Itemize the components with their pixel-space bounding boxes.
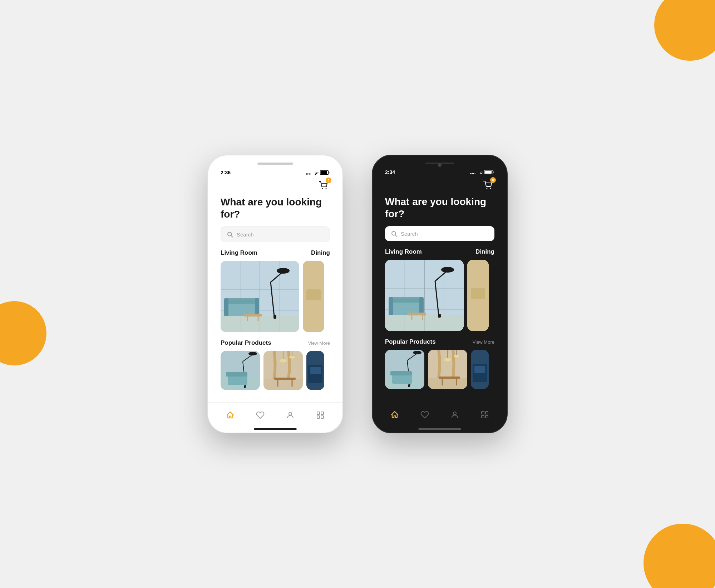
products-row-dark (385, 350, 494, 389)
svg-point-8 (322, 188, 323, 189)
cart-badge-light: 0 (326, 178, 331, 183)
svg-rect-32 (306, 289, 321, 300)
category-images-light (221, 261, 330, 332)
svg-rect-98 (390, 371, 412, 375)
nav-home-dark[interactable] (390, 410, 399, 419)
svg-rect-114 (482, 415, 484, 418)
category-img-dining-partial-dark[interactable] (467, 260, 489, 331)
svg-rect-52 (310, 367, 321, 374)
svg-rect-113 (485, 412, 488, 414)
svg-rect-112 (482, 412, 484, 414)
nav-home-light[interactable] (226, 411, 235, 419)
phone-light: 2:36 (207, 155, 343, 433)
product3-scene-light (306, 351, 324, 390)
search-placeholder-dark: Search (401, 231, 418, 237)
nav-person-dark[interactable] (450, 410, 459, 419)
svg-rect-47 (274, 378, 296, 380)
cart-button-light[interactable]: 0 (317, 179, 330, 192)
view-more-dark[interactable]: View More (473, 339, 494, 345)
nav-heart-light[interactable] (256, 411, 265, 419)
search-bar-dark[interactable]: Search (385, 226, 494, 241)
svg-point-46 (289, 356, 295, 359)
product3-scene-dark (471, 350, 489, 389)
product-thumb-2-light[interactable] (263, 351, 303, 390)
page-background: 2:36 (0, 0, 715, 588)
heading-light: What are you looking for? (221, 196, 330, 220)
dining-partial-scene-dark (467, 260, 489, 331)
svg-rect-42 (263, 379, 303, 390)
category-header-dark: Living Room Dining (385, 248, 494, 255)
grid-icon-dark (480, 410, 489, 419)
home-bar-dark (418, 428, 461, 430)
battery-icon-light (320, 170, 330, 175)
product1-scene-dark (385, 350, 424, 389)
svg-point-53 (289, 412, 292, 415)
svg-point-9 (326, 188, 327, 189)
product-thumb-3-partial-light[interactable] (306, 351, 324, 390)
heart-icon-dark (420, 410, 429, 419)
nav-person-light[interactable] (286, 411, 295, 419)
deco-circle-bottom-right (644, 524, 715, 588)
svg-point-85 (441, 267, 454, 273)
category-img-dining-partial-light[interactable] (303, 261, 324, 332)
svg-rect-38 (244, 385, 246, 388)
cart-button-dark[interactable]: 0 (482, 179, 494, 191)
svg-point-66 (487, 188, 488, 189)
deco-circle-top-right (654, 0, 715, 61)
heart-icon-light (256, 411, 265, 419)
svg-rect-110 (474, 366, 485, 373)
product2-scene-light (263, 351, 303, 390)
product-thumb-1-light[interactable] (221, 351, 260, 390)
svg-rect-77 (385, 315, 464, 331)
svg-rect-115 (485, 415, 488, 418)
svg-point-95 (413, 351, 421, 354)
search-icon-light (227, 231, 233, 238)
svg-rect-57 (321, 416, 324, 418)
status-bar-dark: 2:34 (380, 166, 500, 177)
svg-point-2 (309, 173, 310, 174)
phone-content-dark: 0 What are you looking for? Search Livin… (380, 177, 500, 404)
heading-dark: What are you looking for? (385, 196, 494, 220)
nav-grid-light[interactable] (316, 411, 325, 419)
svg-rect-22 (224, 298, 228, 316)
product-thumb-3-partial-dark[interactable] (471, 350, 489, 389)
svg-point-3 (310, 173, 311, 174)
signal-dots-icon (306, 170, 311, 175)
signal-dots-icon-dark (470, 170, 476, 174)
category-img-living-room-light[interactable] (221, 261, 299, 332)
svg-point-111 (453, 412, 456, 415)
status-icons-light (306, 170, 330, 175)
svg-point-104 (454, 355, 459, 358)
nav-grid-dark[interactable] (480, 410, 489, 419)
svg-rect-81 (419, 297, 424, 315)
products-title-light: Popular Products (221, 339, 271, 347)
products-title-dark: Popular Products (385, 338, 436, 345)
wifi-icon-light (313, 170, 319, 175)
search-bar-light[interactable]: Search (221, 226, 330, 242)
battery-icon-dark (484, 170, 494, 175)
svg-rect-26 (273, 315, 276, 319)
svg-rect-100 (428, 378, 467, 389)
home-icon-light (226, 411, 235, 419)
svg-line-69 (395, 235, 396, 236)
camera-dot-dark (438, 163, 442, 167)
status-time-dark: 2:34 (385, 169, 395, 175)
product-thumb-1-dark[interactable] (385, 350, 424, 389)
svg-rect-23 (255, 298, 259, 316)
product2-scene-dark (428, 350, 467, 389)
home-icon-dark (390, 410, 399, 419)
svg-rect-21 (224, 298, 259, 304)
svg-rect-7 (320, 171, 327, 174)
view-more-light[interactable]: View More (308, 340, 330, 346)
svg-point-4 (315, 174, 316, 175)
category-img-living-room-dark[interactable] (385, 260, 464, 331)
svg-point-27 (277, 268, 290, 274)
product-thumb-2-dark[interactable] (428, 350, 467, 389)
search-placeholder-light: Search (237, 231, 254, 238)
deco-circle-left (0, 301, 46, 365)
svg-rect-79 (389, 297, 424, 303)
nav-heart-dark[interactable] (420, 410, 429, 419)
svg-point-102 (444, 358, 451, 362)
cart-badge-dark: 0 (490, 177, 496, 183)
cart-row-light: 0 (221, 179, 330, 192)
